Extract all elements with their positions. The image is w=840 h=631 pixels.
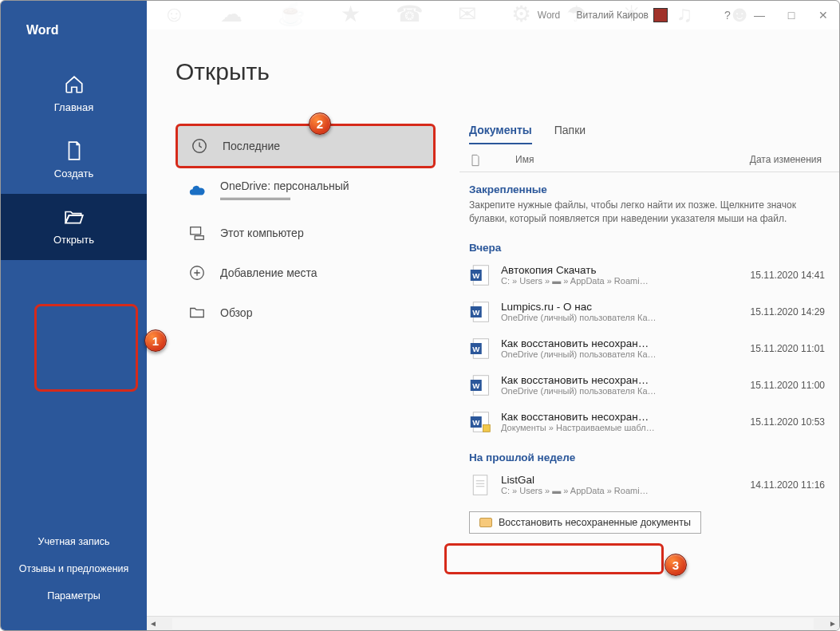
file-path: OneDrive (личный) пользователя Ка… [501,349,741,359]
sidebar-link-options[interactable]: Параметры [1,582,147,609]
file-path: Документы » Настраиваемые шабл… [501,423,741,432]
file-date: 15.11.2020 11:00 [751,380,825,391]
titlebar: Word Виталий Каиров ? — □ ✕ [147,1,839,30]
horizontal-scrollbar[interactable]: ◄ ► [147,616,839,630]
main: Открыть Последние OneDrive: персональный… [147,30,839,630]
source-label: Обзор [220,306,252,319]
list-header: Имя Дата изменения [459,144,839,172]
column-date[interactable]: Дата изменения [750,154,822,167]
help-icon[interactable]: ? [716,9,739,22]
callout-badge-3: 3 [665,554,687,576]
folder-open-icon [64,207,85,227]
svg-text:W: W [472,417,480,426]
callout-badge-2: 2 [309,112,331,135]
window-title: Word [538,10,560,21]
sidebar-item-label: Главная [54,101,93,113]
section-group-title: Вчера [459,231,839,257]
file-path: OneDrive (личный) пользователя Ка… [501,386,741,396]
user-area[interactable]: Виталий Каиров [576,8,668,22]
file-date: 15.11.2020 14:41 [751,270,825,281]
sidebar-link-account[interactable]: Учетная запись [1,528,147,555]
cloud-icon [188,182,206,199]
new-document-icon [64,140,85,161]
sidebar: Word Главная Создать Открыть Учетная зап… [1,1,147,630]
file-path: C: » Users » ▬ » AppData » Roami… [501,276,741,286]
scroll-right-icon[interactable]: ► [826,619,839,628]
file-row[interactable]: WКак восстановить несохран…Документы » Н… [459,404,839,440]
file-row[interactable]: WАвтокопия СкачатьC: » Users » ▬ » AppDa… [459,257,839,294]
add-place-icon [188,264,206,282]
tabs: Документы Папки [459,124,839,144]
file-name: Автокопия Скачать [501,264,741,276]
folder-icon [479,518,492,527]
sidebar-link-feedback[interactable]: Отзывы и предложения [1,555,147,582]
file-name: Как восстановить несохран… [501,374,741,386]
file-row[interactable]: WКак восстановить несохран…OneDrive (лич… [459,367,839,404]
file-path: C: » Users » ▬ » AppData » Roami… [501,486,741,495]
page-title: Открыть [147,30,839,101]
file-date: 14.11.2020 11:16 [751,479,825,491]
source-addplace[interactable]: Добавление места [175,253,436,293]
source-sublabel: ▬▬▬▬▬▬▬▬ [220,192,349,202]
section-pinned-desc: Закрепите нужные файлы, чтобы легко найт… [459,199,839,231]
source-recent[interactable]: Последние [175,124,436,168]
svg-text:W: W [472,270,480,279]
svg-text:W: W [472,344,480,353]
document-icon [469,154,482,167]
recover-unsaved-button[interactable]: Восстановить несохраненные документы [469,511,701,534]
source-onedrive[interactable]: OneDrive: персональный ▬▬▬▬▬▬▬▬ [175,168,436,213]
source-label: Последние [223,140,280,152]
file-name: Lumpics.ru - О нас [501,301,741,313]
close-icon[interactable]: ✕ [812,9,834,22]
svg-text:W: W [472,381,480,389]
sidebar-item-label: Создать [54,168,93,179]
recover-button-label: Восстановить несохраненные документы [499,517,691,528]
source-label: Этот компьютер [220,227,304,239]
recover-button-wrap: Восстановить несохраненные документы [459,503,839,534]
file-name: ListGal [501,474,741,486]
file-row[interactable]: WКак восстановить несохран…OneDrive (лич… [459,330,839,367]
sidebar-item-label: Открыть [53,234,94,246]
svg-rect-1 [191,227,201,235]
brand: Word [1,1,147,61]
svg-text:W: W [472,307,480,316]
computer-icon [188,224,206,242]
source-thispc[interactable]: Этот компьютер [175,213,436,253]
source-label: Добавление места [220,266,317,279]
section-pinned-title: Закрепленные [459,172,839,199]
user-name: Виталий Каиров [576,10,649,21]
scroll-left-icon[interactable]: ◄ [147,619,160,628]
file-date: 15.11.2020 10:53 [751,416,825,428]
sidebar-item-open[interactable]: Открыть [1,194,147,260]
tab-documents[interactable]: Документы [469,124,532,144]
svg-rect-19 [483,424,491,432]
clock-icon [191,137,208,155]
file-date: 15.11.2020 14:29 [751,306,825,317]
folder-icon [188,304,206,321]
file-name: Как восстановить несохран… [501,411,741,423]
sidebar-item-home[interactable]: Главная [1,61,147,128]
file-row[interactable]: WLumpics.ru - О насOneDrive (личный) пол… [459,294,839,330]
source-label: OneDrive: персональный [220,179,349,192]
sidebar-item-create[interactable]: Создать [1,128,147,194]
file-date: 15.11.2020 11:01 [751,343,825,354]
svg-rect-2 [195,236,203,240]
file-row[interactable]: ListGalC: » Users » ▬ » AppData » Roami…… [459,467,839,503]
callout-badge-1: 1 [144,329,167,352]
content-pane: Документы Папки Имя Дата изменения Закре… [459,124,839,614]
tab-folders[interactable]: Папки [554,124,586,144]
section-group-title: На прошлой неделе [459,440,839,467]
svg-rect-20 [473,475,487,495]
source-list: Последние OneDrive: персональный ▬▬▬▬▬▬▬… [175,124,436,333]
column-name[interactable]: Имя [515,154,534,167]
maximize-icon[interactable]: □ [780,9,803,22]
file-path: OneDrive (личный) пользователя Ка… [501,313,741,322]
avatar[interactable] [653,8,668,22]
home-icon [64,74,85,95]
source-browse[interactable]: Обзор [175,293,436,333]
file-name: Как восстановить несохран… [501,337,741,349]
minimize-icon[interactable]: — [748,9,771,22]
scroll-track[interactable] [172,618,814,629]
